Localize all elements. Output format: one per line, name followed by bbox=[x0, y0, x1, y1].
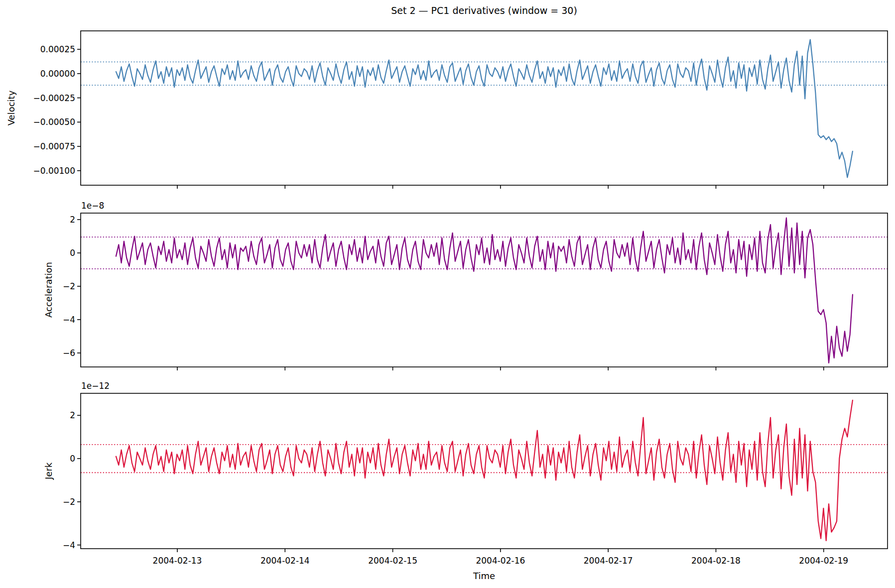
y-tick-label: −0.00100 bbox=[33, 166, 75, 176]
y-tick-label: −0.00025 bbox=[33, 93, 75, 103]
series-line-acceleration bbox=[116, 218, 853, 363]
x-tick-label: 2004-02-15 bbox=[368, 556, 417, 566]
x-tick-label: 2004-02-14 bbox=[260, 556, 310, 566]
y-tick-label: 2 bbox=[70, 410, 75, 420]
y-tick-label: 0 bbox=[70, 454, 75, 464]
y-tick-label: −4 bbox=[63, 540, 75, 550]
y-tick-label: −6 bbox=[63, 348, 75, 358]
series-line-jerk bbox=[116, 400, 853, 541]
y-tick-label: −4 bbox=[63, 315, 75, 325]
x-tick-label: 2004-02-19 bbox=[799, 556, 848, 566]
x-tick-label: 2004-02-17 bbox=[584, 556, 633, 566]
y-tick-label: −0.00075 bbox=[33, 141, 75, 151]
figure: Set 2 — PC1 derivatives (window = 30) Ve… bbox=[0, 0, 895, 588]
plot-canvas: 0.000250.00000−0.00025−0.00050−0.00075−0… bbox=[0, 0, 895, 588]
y-tick-label: 0.00000 bbox=[40, 69, 75, 79]
axes-spines bbox=[81, 213, 888, 367]
x-tick-label: 2004-02-18 bbox=[691, 556, 741, 566]
series-line-velocity bbox=[116, 40, 853, 178]
y-tick-label: −2 bbox=[63, 497, 75, 507]
x-tick-label: 2004-02-16 bbox=[476, 556, 525, 566]
y-tick-label: −2 bbox=[63, 281, 75, 291]
y-tick-label: 2 bbox=[70, 215, 75, 225]
y-tick-label: 0.00025 bbox=[40, 44, 75, 54]
y-tick-label: 0 bbox=[70, 248, 75, 258]
y-tick-label: −0.00050 bbox=[33, 117, 75, 127]
x-tick-label: 2004-02-13 bbox=[153, 556, 202, 566]
axes-spines bbox=[81, 31, 888, 185]
